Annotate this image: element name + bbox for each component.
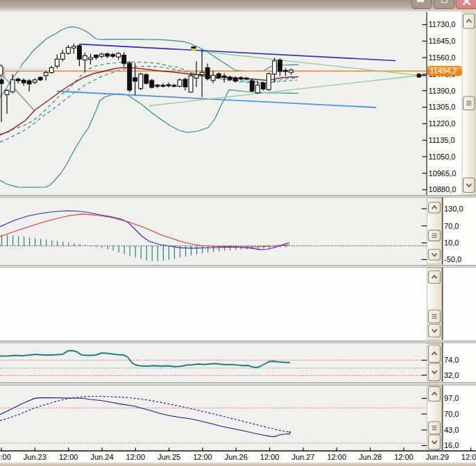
svg-text:16,0: 16,0 <box>444 441 459 449</box>
svg-text:10,0: 10,0 <box>444 239 459 247</box>
svg-text:11390,0: 11390,0 <box>429 87 456 95</box>
svg-text:11135,0: 11135,0 <box>429 136 455 144</box>
svg-text:12:00: 12:00 <box>461 453 476 461</box>
svg-text:10880,0: 10880,0 <box>429 185 457 193</box>
svg-text:43,0: 43,0 <box>444 426 459 434</box>
svg-text:70,0: 70,0 <box>444 410 459 418</box>
svg-text:11730,0: 11730,0 <box>429 20 456 28</box>
svg-text:97,0: 97,0 <box>444 394 459 402</box>
svg-text:32,0: 32,0 <box>444 371 459 379</box>
svg-text:11645,0: 11645,0 <box>429 37 456 45</box>
svg-text:11494,2: 11494,2 <box>430 67 457 75</box>
svg-text:Jun.26: Jun.26 <box>225 453 248 461</box>
svg-text:Jun.23: Jun.23 <box>24 453 46 461</box>
svg-text:70,0: 70,0 <box>444 222 459 230</box>
svg-text:10965,0: 10965,0 <box>429 169 457 178</box>
svg-text:Jun.28: Jun.28 <box>359 453 382 461</box>
svg-text:12:00: 12:00 <box>328 453 347 461</box>
svg-text:Jun.24: Jun.24 <box>90 453 113 461</box>
svg-text:12:00: 12:00 <box>260 453 280 461</box>
svg-text:11050,0: 11050,0 <box>429 153 456 161</box>
svg-text:11305,0: 11305,0 <box>429 103 456 111</box>
svg-text:12:00: 12:00 <box>59 453 78 461</box>
svg-text:12:00: 12:00 <box>126 453 146 461</box>
svg-text:11560,0: 11560,0 <box>429 53 456 62</box>
svg-text:74,0: 74,0 <box>444 356 459 364</box>
svg-text:Jun.27: Jun.27 <box>291 453 314 461</box>
svg-text:130,0: 130,0 <box>444 205 464 213</box>
svg-text:Jun.25: Jun.25 <box>158 453 180 461</box>
svg-text:12:00: 12:00 <box>394 453 414 461</box>
svg-text:11220,0: 11220,0 <box>429 119 456 128</box>
svg-text:Jun.29: Jun.29 <box>426 453 449 461</box>
svg-text:-50,0: -50,0 <box>444 255 461 264</box>
svg-text:12:00: 12:00 <box>0 453 11 461</box>
svg-text:12:00: 12:00 <box>193 453 212 461</box>
